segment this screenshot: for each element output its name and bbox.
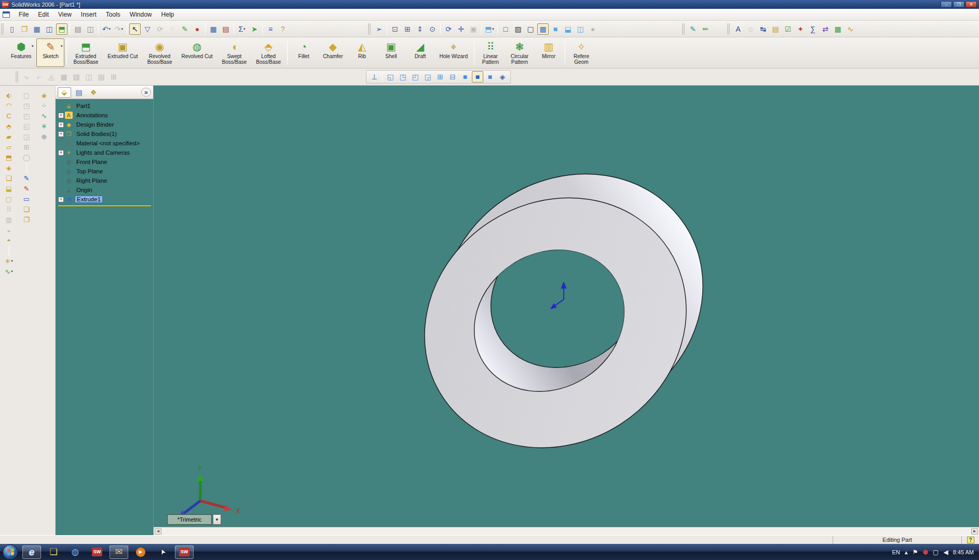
expand-toggle[interactable] [58, 103, 64, 109]
offset-surface-icon[interactable]: ⬒ [3, 152, 15, 162]
features-tab-button[interactable]: ⬢ Features ▾ [7, 38, 35, 67]
taskbar-solidworks-doc-button[interactable]: SW [88, 545, 106, 559]
featuremanager-tab[interactable]: ⬙ [58, 87, 71, 98]
open-button[interactable]: ❐ [19, 23, 30, 35]
report-button[interactable]: ≡ [265, 23, 276, 35]
normal-to-button[interactable]: ⊥ [369, 71, 380, 83]
linear-pattern-button[interactable]: ⠿ Linear Pattern [477, 38, 505, 67]
print-button[interactable]: ▤ [72, 23, 84, 35]
mirror-button[interactable]: ▥ Mirror [535, 38, 563, 67]
bottom-view-button[interactable]: ⊟ [447, 71, 458, 83]
spline-tool-icon[interactable]: ∿ [38, 111, 50, 121]
mirror-tool-icon[interactable]: ▥ [3, 214, 15, 225]
extruded-cut-button[interactable]: ▣ Extruded Cut [103, 38, 142, 67]
snap-sketch-button[interactable]: ⁘ [167, 23, 178, 35]
equations-sigma-button[interactable]: ∑ [807, 23, 819, 35]
boundary-icon[interactable]: ▰ [3, 131, 15, 142]
dimension-tool-icon[interactable]: ▤ [96, 71, 107, 83]
wireframe-button[interactable]: □ [500, 23, 511, 35]
expand-toggle[interactable]: + [58, 122, 64, 128]
section-view-button[interactable]: ◫ [575, 23, 586, 35]
flex-icon[interactable]: ∿▾ [3, 266, 15, 277]
design-binder-button[interactable]: ▤ [770, 23, 781, 35]
view-combo-dropdown-button[interactable]: ▼ [213, 514, 221, 525]
view-cube-4-icon[interactable]: ◱ [20, 121, 33, 131]
swept-boss-base-button[interactable]: ◖ Swept Boss/Base [218, 38, 251, 67]
scroll-left-arrow[interactable]: ◄ [155, 528, 161, 535]
fly-pointer-button[interactable]: ➢ [373, 23, 385, 35]
back-view-button[interactable]: ◳ [397, 71, 409, 83]
expand-toggle[interactable]: + [58, 150, 64, 156]
view-orientation-button[interactable]: ⬒▾ [484, 23, 495, 35]
planar-surface-icon[interactable]: ▱ [3, 142, 15, 152]
lofted-cut-icon[interactable]: ⬘ [3, 121, 15, 131]
knit-surface-icon[interactable]: ❏ [3, 173, 15, 183]
radiate-surface-icon[interactable]: ◈ [3, 162, 15, 173]
taskbar-ie-button[interactable]: e [22, 545, 41, 559]
tree-item-front-plane[interactable]: ◇ Front Plane [57, 157, 153, 167]
circular-pattern-button[interactable]: ❃ Circular Pattern [506, 38, 534, 67]
taskbar-outlook-button[interactable]: ✉ [110, 545, 128, 559]
front-view-button[interactable]: ◱ [385, 71, 396, 83]
edit-color-button[interactable]: ✎ [179, 23, 191, 35]
shaded-button[interactable]: ■ [550, 23, 561, 35]
volume-muted-icon[interactable]: ◀ [943, 549, 948, 555]
extruded-boss-base-button[interactable]: ⬒ Extruded Boss/Base [69, 38, 102, 67]
edit-appearance-button[interactable]: ✎ [687, 23, 699, 35]
indent-tool-icon[interactable]: ◒ [3, 225, 15, 235]
tree-item-material[interactable]: ≡ Material <not specified> [57, 139, 153, 148]
dimetric-view-button[interactable]: ■ [484, 71, 496, 83]
spell-check-button[interactable]: A [732, 23, 744, 35]
equations-button[interactable]: Σ▾ [236, 23, 248, 35]
zoom-in-out-button[interactable]: ⇕ [414, 23, 426, 35]
dropdown-arrow[interactable]: ▾ [121, 27, 124, 31]
zoom-to-area-button[interactable]: ⊞ [402, 23, 413, 35]
swept-surface-icon[interactable]: ⬖ [3, 90, 15, 100]
expand-toggle[interactable] [58, 169, 64, 174]
view-cube-2-icon[interactable]: ◳ [20, 100, 33, 111]
measure-button[interactable]: ↹ [757, 23, 769, 35]
dropdown-arrow[interactable]: ▾ [11, 259, 13, 263]
language-indicator[interactable]: EN [892, 549, 900, 555]
start-button[interactable] [3, 544, 18, 560]
rollback-bar[interactable] [58, 206, 151, 207]
motion-button[interactable]: ➤ [249, 23, 260, 35]
table-tool-icon[interactable]: ⊞ [108, 71, 119, 83]
hidden-lines-removed-button[interactable]: ▢ [525, 23, 536, 35]
top-view-button[interactable]: ⊞ [434, 71, 446, 83]
close-button[interactable]: ✕ [966, 1, 977, 8]
menu-tools[interactable]: Tools [101, 9, 125, 20]
shell-button[interactable]: ▣ Shell [377, 38, 405, 67]
taskbar-player-button[interactable]: ▶ [131, 545, 150, 559]
right-view-button[interactable]: ◲ [422, 71, 433, 83]
quick-tips-toggle[interactable]: ? [961, 536, 979, 544]
expand-toggle[interactable] [58, 178, 64, 184]
expand-toggle[interactable] [58, 141, 64, 146]
datum-tool-icon[interactable]: ◬ [46, 71, 57, 83]
new-document-button[interactable]: ▯ [6, 23, 18, 35]
menu-insert[interactable]: Insert [76, 9, 101, 20]
chamfer-button[interactable]: ◆ Chamfer [319, 38, 347, 67]
deform-icon[interactable]: ✳▾ [3, 256, 15, 266]
motion-study-button[interactable]: ⇄ [820, 23, 831, 35]
horizontal-scrollbar[interactable]: ◄ ► [154, 527, 979, 535]
zoom-to-selection-button[interactable]: ⊙ [427, 23, 438, 35]
menu-window[interactable]: Window [125, 9, 157, 20]
dome-icon[interactable]: ◠ [3, 100, 15, 111]
dome-surface-icon[interactable]: ◓ [3, 235, 15, 245]
ring-model[interactable] [377, 125, 751, 497]
left-view-button[interactable]: ◰ [410, 71, 421, 83]
propertymanager-tab[interactable]: ▤ [72, 87, 86, 98]
dropdown-arrow[interactable]: ▾ [109, 27, 111, 31]
plane-tool-icon[interactable]: ◈ [38, 90, 50, 100]
pan-button[interactable]: ✛ [455, 23, 467, 35]
zoom-to-fit-button[interactable]: ⊡ [389, 23, 401, 35]
expand-toggle[interactable] [58, 187, 64, 193]
dropdown-arrow[interactable]: ▾ [32, 44, 34, 48]
lighting-button[interactable]: ● [192, 23, 203, 35]
shadows-button[interactable]: ⬓ [562, 23, 574, 35]
search-button[interactable]: ◌ [745, 23, 756, 35]
revolved-cut-button[interactable]: ◍ Revolved Cut [177, 38, 216, 67]
tree-item-solid-bodies[interactable]: + ❐ Solid Bodies(1) [57, 129, 153, 139]
shaded-with-edges-button[interactable]: ▩ [537, 23, 549, 35]
